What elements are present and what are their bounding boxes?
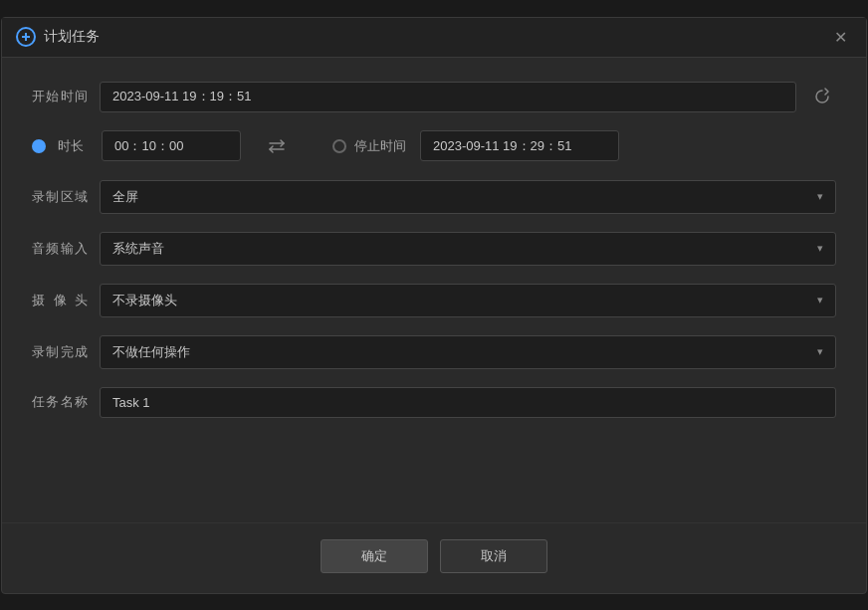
on-complete-value: 不做任何操作 <box>112 343 190 361</box>
confirm-button[interactable]: 确定 <box>321 539 428 573</box>
on-complete-label: 录制完成 <box>32 343 88 361</box>
chevron-down-icon: ▾ <box>817 345 823 358</box>
start-time-input[interactable] <box>100 82 796 112</box>
swap-button[interactable] <box>261 130 293 162</box>
audio-input-value: 系统声音 <box>112 240 164 258</box>
camera-select-wrapper: 不录摄像头 ▾ <box>100 284 836 317</box>
task-name-input[interactable] <box>100 387 836 418</box>
stop-time-radio[interactable] <box>332 139 346 153</box>
duration-input[interactable] <box>102 130 241 161</box>
refresh-button[interactable] <box>808 83 836 110</box>
dialog-footer: 确定 取消 <box>2 522 866 593</box>
stop-time-label: 停止时间 <box>354 137 406 155</box>
duration-label: 时长 <box>58 137 84 155</box>
chevron-down-icon: ▾ <box>817 190 823 203</box>
add-icon <box>16 27 36 47</box>
on-complete-row: 录制完成 不做任何操作 ▾ <box>32 335 836 369</box>
task-name-row: 任务名称 <box>32 387 836 418</box>
record-area-value: 全屏 <box>112 188 138 206</box>
audio-input-row: 音频输入 系统声音 ▾ <box>32 232 836 266</box>
record-area-label: 录制区域 <box>32 188 88 206</box>
dialog-content: 开始时间 时长 <box>2 58 866 522</box>
camera-label: 摄像头 <box>32 292 88 309</box>
audio-input-select-wrapper: 系统声音 ▾ <box>100 232 836 266</box>
task-name-label: 任务名称 <box>32 393 88 411</box>
record-area-row: 录制区域 全屏 ▾ <box>32 180 836 214</box>
chevron-down-icon: ▾ <box>817 242 823 255</box>
start-time-row: 开始时间 <box>32 82 836 112</box>
stop-time-input[interactable] <box>420 130 619 161</box>
chevron-down-icon: ▾ <box>817 294 823 306</box>
on-complete-select-wrapper: 不做任何操作 ▾ <box>100 335 836 369</box>
dialog-window: 计划任务 ✕ 开始时间 时长 <box>1 17 867 594</box>
cancel-button[interactable]: 取消 <box>440 539 547 573</box>
dialog-title: 计划任务 <box>44 28 828 46</box>
camera-select[interactable]: 不录摄像头 ▾ <box>100 284 836 317</box>
on-complete-select[interactable]: 不做任何操作 ▾ <box>100 335 836 369</box>
close-button[interactable]: ✕ <box>828 25 852 49</box>
audio-input-select[interactable]: 系统声音 ▾ <box>100 232 836 266</box>
audio-input-label: 音频输入 <box>32 240 88 258</box>
duration-row: 时长 停止时间 <box>32 130 836 162</box>
start-time-label: 开始时间 <box>32 88 88 105</box>
stop-time-section: 停止时间 <box>332 130 619 161</box>
duration-radio[interactable] <box>32 139 46 153</box>
camera-value: 不录摄像头 <box>112 292 177 309</box>
record-area-select-wrapper: 全屏 ▾ <box>100 180 836 214</box>
record-area-select[interactable]: 全屏 ▾ <box>100 180 836 214</box>
title-bar: 计划任务 ✕ <box>2 18 866 58</box>
camera-row: 摄像头 不录摄像头 ▾ <box>32 284 836 317</box>
